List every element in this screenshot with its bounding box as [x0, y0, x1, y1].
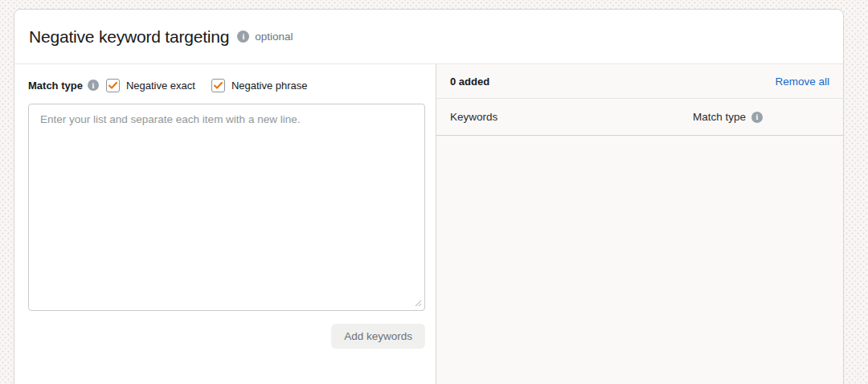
add-keywords-button[interactable]: Add keywords — [331, 324, 425, 349]
column-header-row: Keywords Match type i — [436, 99, 843, 136]
column-header-keywords: Keywords — [450, 111, 497, 123]
check-icon — [108, 82, 117, 89]
card-body: Match type i Negative exact — [14, 64, 843, 384]
info-icon[interactable]: i — [751, 112, 763, 123]
checkbox-box[interactable] — [106, 79, 120, 92]
checkbox-negative-exact[interactable]: Negative exact — [106, 79, 195, 92]
page-background: { "header": { "title": "Negative keyword… — [0, 0, 868, 384]
card-header: Negative keyword targeting i optional — [14, 10, 843, 64]
column-header-match-type: Match type i — [693, 111, 763, 123]
column-header-match-type-label: Match type — [693, 111, 746, 123]
info-icon[interactable]: i — [237, 31, 249, 43]
check-icon — [214, 82, 223, 89]
added-keywords-panel: 0 added Remove all Keywords Match type i — [436, 64, 843, 384]
page-title: Negative keyword targeting — [29, 27, 229, 47]
button-row: Add keywords — [28, 324, 425, 349]
checkbox-negative-phrase[interactable]: Negative phrase — [211, 79, 308, 92]
added-count: 0 added — [450, 76, 489, 88]
match-type-label: Match type — [28, 80, 83, 92]
negative-keyword-targeting-card: Negative keyword targeting i optional Ma… — [14, 9, 844, 384]
added-summary-row: 0 added Remove all — [436, 64, 843, 99]
checkbox-box[interactable] — [211, 79, 225, 92]
remove-all-link[interactable]: Remove all — [775, 76, 829, 88]
info-icon[interactable]: i — [88, 80, 99, 91]
match-type-row: Match type i Negative exact — [28, 77, 425, 93]
optional-label: optional — [255, 31, 293, 43]
checkbox-label: Negative phrase — [231, 80, 308, 92]
textarea-wrapper — [28, 104, 425, 311]
keywords-list — [436, 136, 843, 384]
keyword-list-input[interactable] — [28, 104, 425, 311]
checkbox-label: Negative exact — [126, 80, 195, 92]
keyword-entry-panel: Match type i Negative exact — [14, 64, 436, 384]
